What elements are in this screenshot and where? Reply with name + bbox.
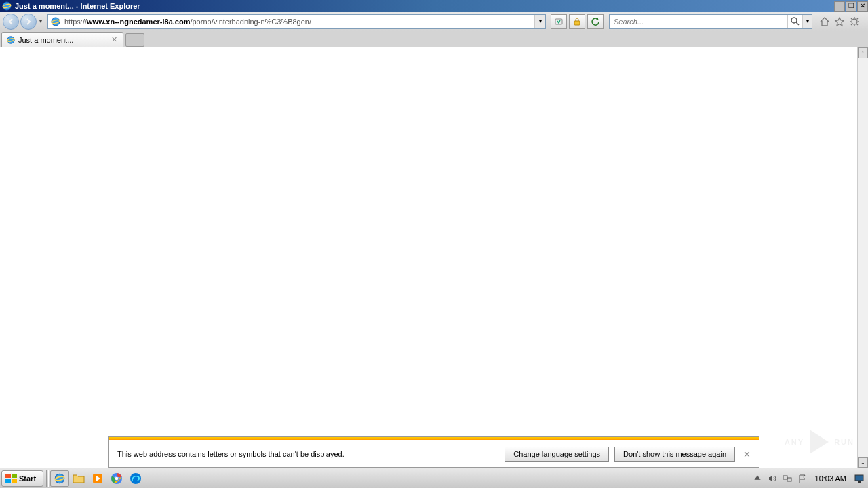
svg-line-15 [851, 24, 852, 25]
svg-rect-27 [783, 476, 787, 479]
svg-point-6 [791, 18, 797, 23]
security-button[interactable] [569, 14, 585, 29]
close-button[interactable]: ✕ [857, 1, 868, 12]
home-icon[interactable] [819, 16, 830, 27]
ie-page-icon [50, 16, 61, 27]
svg-line-13 [851, 18, 852, 20]
volume-icon[interactable] [768, 474, 777, 483]
start-button[interactable]: Start [1, 470, 43, 487]
flag-icon[interactable] [797, 474, 807, 483]
window-title: Just a moment... - Internet Explorer [14, 2, 833, 10]
nav-history-dropdown[interactable]: ▾ [38, 18, 43, 24]
search-bar[interactable]: ▾ [609, 14, 812, 29]
svg-rect-28 [787, 478, 791, 481]
page-content [0, 47, 857, 468]
url-dropdown[interactable]: ▾ [534, 15, 545, 28]
taskbar: Start 10:03 AM [0, 468, 868, 488]
taskbar-media[interactable] [88, 470, 107, 487]
toolbar-right [814, 16, 865, 27]
forward-button[interactable] [20, 14, 37, 30]
svg-line-14 [857, 24, 859, 25]
back-button[interactable] [3, 14, 19, 30]
address-bar[interactable]: https://www.xn--ngnedamer-l8a.com/porno/… [47, 14, 546, 29]
change-language-button[interactable]: Change language settings [505, 447, 609, 462]
search-input[interactable] [610, 18, 787, 26]
tray-expand-icon[interactable] [753, 474, 762, 483]
tab-title: Just a moment... [18, 36, 110, 44]
search-button[interactable] [787, 15, 802, 28]
search-dropdown[interactable]: ▾ [802, 15, 812, 28]
nav-toolbar: ▾ https://www.xn--ngnedamer-l8a.com/porn… [0, 12, 868, 31]
clock[interactable]: 10:03 AM [812, 474, 849, 483]
taskbar-edge[interactable] [126, 470, 145, 487]
tab-close-button[interactable]: ✕ [110, 35, 119, 44]
tab-active[interactable]: Just a moment... ✕ [1, 32, 123, 47]
svg-line-7 [796, 22, 799, 25]
tab-bar: Just a moment... ✕ [0, 31, 868, 47]
taskbar-chrome[interactable] [107, 470, 126, 487]
dismiss-button[interactable]: Don't show this message again [614, 447, 735, 462]
taskbar-separator [46, 470, 49, 487]
window-controls: _ ❐ ✕ [833, 1, 868, 12]
svg-rect-30 [858, 481, 861, 483]
url-input[interactable]: https://www.xn--ngnedamer-l8a.com/porno/… [63, 18, 534, 26]
monitor-icon[interactable] [854, 474, 864, 483]
notification-text: This web address contains letters or sym… [117, 450, 499, 458]
taskbar-ie[interactable] [50, 470, 69, 487]
windows-logo-icon [5, 474, 17, 483]
svg-point-25 [115, 476, 119, 480]
refresh-button[interactable] [587, 14, 604, 29]
ie-icon [1, 1, 12, 12]
titlebar: Just a moment... - Internet Explorer _ ❐… [0, 0, 868, 12]
network-icon[interactable] [783, 474, 792, 483]
system-tray: 10:03 AM [753, 474, 868, 483]
svg-line-16 [857, 18, 859, 20]
new-tab-button[interactable] [125, 33, 144, 47]
notification-close-button[interactable]: ✕ [743, 449, 751, 460]
minimize-button[interactable]: _ [834, 1, 845, 12]
maximize-button[interactable]: ❐ [846, 1, 856, 12]
notification-bar: This web address contains letters or sym… [108, 436, 760, 468]
svg-rect-29 [855, 475, 863, 481]
favorites-icon[interactable] [834, 16, 845, 27]
ie-tab-icon [6, 35, 16, 45]
compatibility-button[interactable] [551, 14, 567, 29]
scroll-down-button[interactable]: ⌄ [858, 457, 868, 468]
scroll-up-button[interactable]: ⌃ [858, 47, 868, 58]
svg-point-8 [852, 19, 857, 24]
tools-icon[interactable] [849, 16, 860, 27]
vertical-scrollbar[interactable]: ⌃ ⌄ [857, 47, 868, 468]
svg-rect-5 [574, 21, 580, 25]
taskbar-explorer[interactable] [69, 470, 88, 487]
